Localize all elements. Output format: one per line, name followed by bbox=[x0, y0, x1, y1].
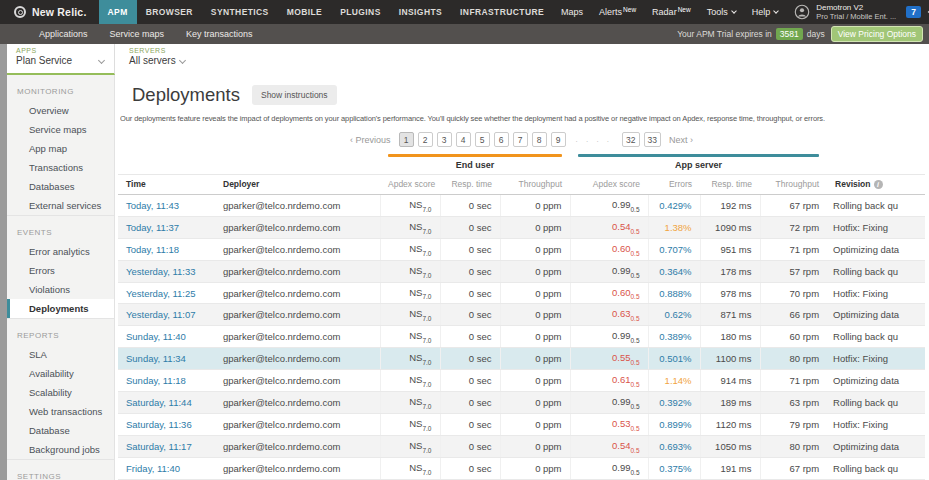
sidebar-item-external-services[interactable]: External services bbox=[7, 196, 114, 215]
cell-revision: Rolling back qu bbox=[827, 260, 925, 282]
nav-synthetics[interactable]: SYNTHETICS bbox=[202, 0, 278, 24]
sidebar-item-deployments[interactable]: Deployments bbox=[7, 299, 114, 318]
deployment-time-link[interactable]: Yesterday, 11:33 bbox=[126, 266, 196, 277]
subnav-key-transactions[interactable]: Key transactions bbox=[175, 29, 264, 39]
sidebar-item-errors[interactable]: Errors bbox=[7, 261, 114, 280]
errors-link[interactable]: 1.14% bbox=[665, 375, 692, 386]
topnav-alerts[interactable]: AlertsNew bbox=[591, 7, 644, 17]
sidebar-item-app-map[interactable]: App map bbox=[7, 139, 114, 158]
errors-link[interactable]: 0.375% bbox=[659, 463, 691, 474]
deployment-time-link[interactable]: Today, 11:18 bbox=[126, 244, 179, 255]
errors-link[interactable]: 0.501% bbox=[659, 353, 691, 364]
server-selector[interactable]: SERVERS All servers bbox=[115, 44, 193, 75]
topnav-help[interactable]: Help bbox=[744, 7, 787, 17]
pagination-page-3[interactable]: 3 bbox=[437, 132, 452, 147]
sidebar-item-availability[interactable]: Availability bbox=[7, 364, 114, 383]
deployment-time-link[interactable]: Sunday, 11:34 bbox=[126, 353, 186, 364]
errors-link[interactable]: 0.429% bbox=[659, 200, 691, 211]
table-row: Today, 11:18gparker@telco.nrdemo.comNS7.… bbox=[118, 238, 925, 260]
view-pricing-options-button[interactable]: View Pricing Options bbox=[831, 26, 923, 42]
sidebar-item-background-jobs[interactable]: Background jobs bbox=[7, 440, 114, 459]
nav-apm[interactable]: APM bbox=[99, 0, 137, 24]
errors-link[interactable]: 0.364% bbox=[659, 266, 691, 277]
subnav-applications[interactable]: Applications bbox=[28, 29, 99, 39]
deployment-time-link[interactable]: Today, 11:37 bbox=[126, 222, 179, 233]
sidebar-item-database[interactable]: Database bbox=[7, 421, 114, 440]
sidebar-item-violations[interactable]: Violations bbox=[7, 280, 114, 299]
sidebar-item-databases[interactable]: Databases bbox=[7, 177, 114, 196]
cell-eu-apdex: NS7.0 bbox=[380, 457, 440, 479]
nav-mobile[interactable]: MOBILE bbox=[278, 0, 331, 24]
sidebar-section-title: EVENTS bbox=[7, 215, 114, 242]
account-menu[interactable]: Demotron V2 Pro Trial / Mobile Ent. ... bbox=[786, 3, 902, 21]
notification-count-badge[interactable]: 7 bbox=[906, 6, 921, 18]
cell-deployer: gparker@telco.nrdemo.com bbox=[215, 392, 380, 414]
nav-plugins[interactable]: PLUGINS bbox=[331, 0, 390, 24]
deployment-time-link[interactable]: Sunday, 11:18 bbox=[126, 375, 186, 386]
sidebar-item-sla[interactable]: SLA bbox=[7, 345, 114, 364]
deployment-time-link[interactable]: Saturday, 11:36 bbox=[126, 419, 192, 430]
servers-value: All servers bbox=[129, 55, 185, 66]
pagination-previous[interactable]: ‹ Previous bbox=[346, 135, 395, 145]
topnav-radar[interactable]: RadarNew bbox=[644, 7, 699, 17]
deployment-time-link[interactable]: Saturday, 11:17 bbox=[126, 441, 192, 452]
pagination-page-4[interactable]: 4 bbox=[456, 132, 471, 147]
sidebar-item-scalability[interactable]: Scalability bbox=[7, 383, 114, 402]
show-instructions-button[interactable]: Show instructions bbox=[252, 85, 337, 105]
topnav-tools[interactable]: Tools bbox=[699, 7, 744, 17]
cell-app-apdex: 0.540.5 bbox=[570, 435, 648, 457]
new-relic-logo[interactable]: New Relic. bbox=[0, 6, 99, 18]
deployment-time-link[interactable]: Yesterday, 11:25 bbox=[126, 288, 196, 299]
deployment-time-link[interactable]: Yesterday, 11:07 bbox=[126, 309, 196, 320]
trial-text-after: days bbox=[807, 29, 825, 39]
pagination-page-32[interactable]: 32 bbox=[622, 132, 639, 147]
cell-eu-apdex: NS7.0 bbox=[380, 282, 440, 304]
pagination-page-33[interactable]: 33 bbox=[644, 132, 661, 147]
subnav-service-maps[interactable]: Service maps bbox=[99, 29, 176, 39]
table-row: Sunday, 11:18gparker@telco.nrdemo.comNS7… bbox=[118, 370, 925, 392]
sidebar-item-overview[interactable]: Overview bbox=[7, 101, 114, 120]
pagination-page-8[interactable]: 8 bbox=[532, 132, 547, 147]
cell-eu-throughput: 0 ppm bbox=[500, 435, 570, 457]
cell-eu-resp-time: 0 sec bbox=[440, 370, 500, 392]
table-row: Today, 11:37gparker@telco.nrdemo.comNS7.… bbox=[118, 216, 925, 238]
deployment-time-link[interactable]: Sunday, 11:40 bbox=[126, 331, 186, 342]
col-revision: Revision bbox=[827, 175, 925, 195]
cell-app-throughput: 63 rpm bbox=[760, 392, 827, 414]
pagination-page-9[interactable]: 9 bbox=[551, 132, 566, 147]
topnav-maps[interactable]: Maps bbox=[553, 7, 591, 17]
pagination-page-2[interactable]: 2 bbox=[418, 132, 433, 147]
errors-link[interactable]: 1.38% bbox=[665, 222, 692, 233]
cell-app-apdex: 0.600.5 bbox=[570, 238, 648, 260]
cell-deployer: gparker@telco.nrdemo.com bbox=[215, 260, 380, 282]
app-selector[interactable]: APPS Plan Service bbox=[7, 44, 115, 75]
deployment-time-link[interactable]: Today, 11:43 bbox=[126, 200, 179, 211]
errors-link[interactable]: 0.693% bbox=[659, 441, 691, 452]
errors-link[interactable]: 0.888% bbox=[659, 288, 691, 299]
deployment-time-link[interactable]: Saturday, 11:44 bbox=[126, 397, 192, 408]
errors-link[interactable]: 0.899% bbox=[659, 419, 691, 430]
cell-app-throughput: 67 rpm bbox=[760, 457, 827, 479]
cell-app-apdex: 0.990.5 bbox=[570, 260, 648, 282]
deployment-time-link[interactable]: Friday, 11:40 bbox=[126, 463, 180, 474]
pagination-page-6[interactable]: 6 bbox=[494, 132, 509, 147]
info-icon[interactable] bbox=[874, 180, 883, 189]
pagination-page-7[interactable]: 7 bbox=[513, 132, 528, 147]
cell-time: Saturday, 11:17 bbox=[118, 435, 215, 457]
sidebar-item-service-maps[interactable]: Service maps bbox=[7, 120, 114, 139]
pagination-page-5[interactable]: 5 bbox=[475, 132, 490, 147]
cell-app-resp-time: 871 ms bbox=[700, 304, 760, 326]
pagination-page-1[interactable]: 1 bbox=[399, 132, 414, 147]
pagination-next[interactable]: Next › bbox=[665, 135, 697, 145]
errors-link[interactable]: 0.707% bbox=[659, 244, 691, 255]
nav-insights[interactable]: INSIGHTS bbox=[390, 0, 451, 24]
topnav-label: Alerts bbox=[599, 7, 622, 17]
sidebar-item-web-transactions[interactable]: Web transactions bbox=[7, 402, 114, 421]
errors-link[interactable]: 0.62% bbox=[665, 309, 692, 320]
errors-link[interactable]: 0.392% bbox=[659, 397, 691, 408]
sidebar-item-error-analytics[interactable]: Error analytics bbox=[7, 242, 114, 261]
errors-link[interactable]: 0.389% bbox=[659, 331, 691, 342]
nav-infrastructure[interactable]: INFRASTRUCTURE bbox=[451, 0, 553, 24]
nav-browser[interactable]: BROWSER bbox=[137, 0, 202, 24]
sidebar-item-transactions[interactable]: Transactions bbox=[7, 158, 114, 177]
